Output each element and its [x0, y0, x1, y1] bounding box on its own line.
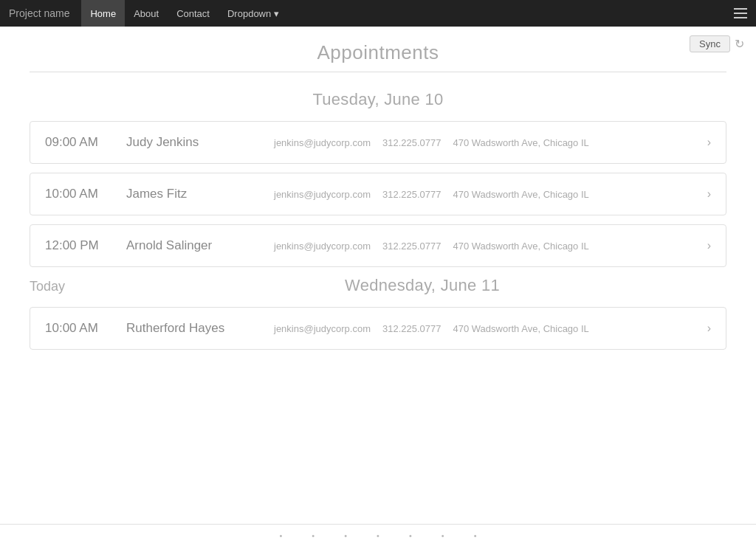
hamburger-line [734, 13, 747, 14]
nav-item-home[interactable]: Home [81, 0, 125, 27]
appointment-email: jenkins@judycorp.com [274, 137, 371, 148]
appointment-phone: 312.225.0777 [382, 137, 441, 148]
section-tuesday: Tuesday, June 10 09:00 AM Judy Jenkins j… [30, 90, 726, 267]
appointment-contact: jenkins@judycorp.com 312.225.0777 470 Wa… [274, 323, 707, 334]
appointment-phone: 312.225.0777 [382, 241, 441, 252]
appointment-card[interactable]: 10:00 AM Rutherford Hayes jenkins@judyco… [30, 307, 726, 350]
appointment-contact: jenkins@judycorp.com 312.225.0777 470 Wa… [274, 241, 707, 252]
nav-item-contact[interactable]: Contact [168, 0, 219, 27]
appointment-time: 10:00 AM [45, 321, 126, 336]
section-wednesday: Today Wednesday, June 11 10:00 AM Ruther… [30, 276, 726, 350]
appointment-name: James Fitz [126, 187, 274, 201]
nav-item-dropdown[interactable]: Dropdown ▾ [219, 0, 288, 27]
appointment-address: 470 Wadsworth Ave, Chicago IL [453, 241, 589, 252]
hamburger-line [734, 8, 747, 10]
nav-items: Home About Contact Dropdown ▾ [81, 0, 734, 27]
appointment-email: jenkins@judycorp.com [274, 189, 371, 200]
appointment-name: Judy Jenkins [126, 135, 274, 150]
dropdown-chevron-icon: ▾ [274, 8, 279, 19]
chevron-right-icon: › [707, 239, 711, 252]
appointment-phone: 312.225.0777 [382, 189, 441, 200]
appointment-card[interactable]: 12:00 PM Arnold Salinger jenkins@judycor… [30, 224, 726, 267]
appointment-address: 470 Wadsworth Ave, Chicago IL [453, 137, 589, 148]
appointment-time: 10:00 AM [45, 187, 126, 201]
appointment-address: 470 Wadsworth Ave, Chicago IL [453, 323, 589, 334]
navbar-brand: Project name [9, 7, 69, 19]
appointment-email: jenkins@judycorp.com [274, 241, 371, 252]
appointment-contact: jenkins@judycorp.com 312.225.0777 470 Wa… [274, 189, 707, 200]
appointment-address: 470 Wadsworth Ave, Chicago IL [453, 189, 589, 200]
main-content: Appointments Tuesday, June 10 09:00 AM J… [0, 27, 756, 373]
appointment-card[interactable]: 09:00 AM Judy Jenkins jenkins@judycorp.c… [30, 121, 726, 164]
appointment-email: jenkins@judycorp.com [274, 323, 371, 334]
appointment-name: Rutherford Hayes [126, 321, 274, 336]
today-section: Today Wednesday, June 11 [30, 276, 726, 295]
hamburger-menu-button[interactable] [734, 8, 747, 18]
chevron-right-icon: › [707, 322, 711, 335]
divider [30, 72, 726, 72]
sync-icon[interactable]: ↻ [735, 37, 744, 51]
navbar: Project name Home About Contact Dropdown… [0, 0, 756, 27]
date-header-wednesday: Wednesday, June 11 [118, 276, 726, 295]
page-title: Appointments [30, 41, 726, 64]
appointment-time: 12:00 PM [45, 238, 126, 253]
appointment-name: Arnold Salinger [126, 238, 274, 253]
nav-item-about[interactable]: About [125, 0, 168, 27]
sync-area: Sync ↻ [690, 35, 744, 52]
today-label: Today [30, 279, 118, 294]
chevron-right-icon: › [707, 187, 711, 201]
appointment-time: 09:00 AM [45, 135, 126, 150]
sync-button[interactable]: Sync [690, 35, 730, 52]
hamburger-line [734, 17, 747, 18]
appointment-contact: jenkins@judycorp.com 312.225.0777 470 Wa… [274, 137, 707, 148]
date-header-tuesday: Tuesday, June 10 [30, 90, 726, 109]
appointment-phone: 312.225.0777 [382, 323, 441, 334]
appointment-card[interactable]: 10:00 AM James Fitz jenkins@judycorp.com… [30, 173, 726, 215]
chevron-right-icon: › [707, 136, 711, 149]
